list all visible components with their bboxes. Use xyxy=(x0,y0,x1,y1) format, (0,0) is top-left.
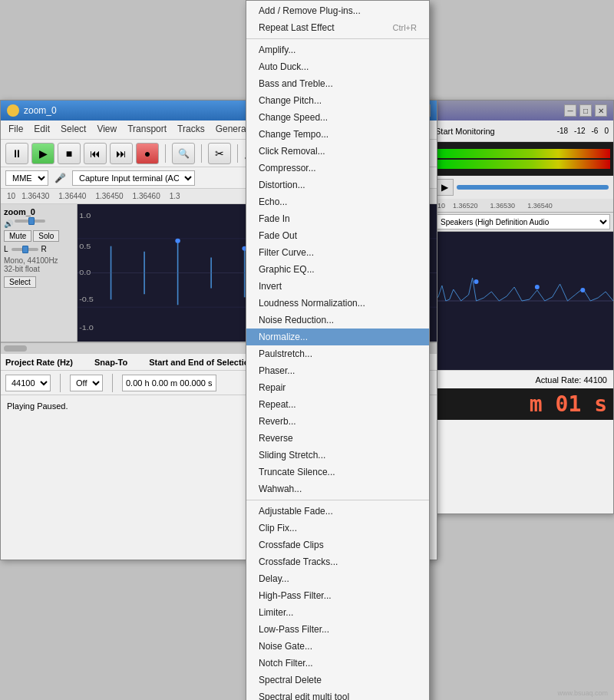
time-display: m 01 s xyxy=(431,388,613,420)
second-window: ─ □ ✕ Start Monitoring -18 -12 -6 0 ▶ xyxy=(430,100,614,514)
effect-phaser[interactable]: Phaser... xyxy=(246,362,429,379)
effect-distortion[interactable]: Distortion... xyxy=(246,177,429,193)
effect-compressor[interactable]: Compressor... xyxy=(246,160,429,177)
second-title-bar: ─ □ ✕ xyxy=(431,101,613,121)
effect-noise-gate[interactable]: Noise Gate... xyxy=(246,638,429,655)
effect-echo[interactable]: Echo... xyxy=(246,193,429,210)
minimize-btn-second[interactable]: ─ xyxy=(564,104,576,117)
vu-scale: -18 -12 -6 0 xyxy=(557,127,609,135)
play-btn[interactable]: ▶ xyxy=(31,143,54,164)
effect-invert[interactable]: Invert xyxy=(246,278,429,295)
menu-transport[interactable]: Transport xyxy=(123,122,171,137)
effect-menu: Add / Remove Plug-ins... Repeat Last Eff… xyxy=(246,0,430,700)
effect-delay[interactable]: Delay... xyxy=(246,570,429,587)
mute-btn[interactable]: Mute xyxy=(4,230,31,242)
second-device-bar: Speakers (High Definition Audio xyxy=(431,213,613,232)
menu-tracks[interactable]: Tracks xyxy=(173,122,210,137)
effect-change-pitch[interactable]: Change Pitch... xyxy=(246,92,429,109)
svg-point-34 xyxy=(175,239,180,243)
svg-point-4 xyxy=(580,288,585,292)
time-counter: m 01 s xyxy=(530,391,607,417)
project-rate-select[interactable]: 44100 xyxy=(5,375,51,391)
second-ruler: 510 1.36520 1.36530 1.36540 xyxy=(431,199,613,213)
next-btn[interactable]: ⏭ xyxy=(110,143,133,164)
track-controls: zoom_0 🔊 Mute Solo L R Mono, 44100Hz xyxy=(1,204,78,342)
effect-adj-fade[interactable]: Adjustable Fade... xyxy=(246,503,429,520)
api-select[interactable]: MME xyxy=(5,170,48,186)
volume-icon: 🔊 xyxy=(4,220,13,228)
effect-fade-in[interactable]: Fade In xyxy=(246,210,429,227)
toolbar-separator-3 xyxy=(237,144,238,163)
effect-high-pass[interactable]: High-Pass Filter... xyxy=(246,587,429,604)
menu-file[interactable]: File xyxy=(4,122,28,137)
effect-graphic-eq[interactable]: Graphic EQ... xyxy=(246,261,429,278)
pan-label-r: R xyxy=(41,245,47,253)
track-volume-slider[interactable] xyxy=(15,220,45,223)
second-playhead xyxy=(457,185,609,190)
menu-edit[interactable]: Edit xyxy=(29,122,54,137)
effect-auto-duck[interactable]: Auto Duck... xyxy=(246,58,429,75)
effect-fade-out[interactable]: Fade Out xyxy=(246,227,429,244)
menu-select[interactable]: Select xyxy=(56,122,91,137)
effect-reverb[interactable]: Reverb... xyxy=(246,413,429,430)
pan-slider[interactable] xyxy=(12,248,38,251)
snap-to-select[interactable]: Off xyxy=(70,375,103,391)
menu-view[interactable]: View xyxy=(92,122,121,137)
effect-repair[interactable]: Repair xyxy=(246,379,429,396)
scrollbar-thumb[interactable] xyxy=(4,345,27,352)
effect-spectral-delete[interactable]: Spectral Delete xyxy=(246,672,429,688)
effect-amplify[interactable]: Amplify... xyxy=(246,41,429,58)
effect-change-speed[interactable]: Change Speed... xyxy=(246,109,429,126)
svg-text:0.0: 0.0 xyxy=(79,269,91,276)
effect-repeat[interactable]: Repeat... xyxy=(246,396,429,413)
effect-crossfade-clips[interactable]: Crossfade Clips xyxy=(246,537,429,553)
effect-paulstretch[interactable]: Paulstretch... xyxy=(246,345,429,362)
effect-truncate-silence[interactable]: Truncate Silence... xyxy=(246,464,429,480)
cut-tool-btn[interactable]: ✂ xyxy=(208,143,231,164)
effect-change-tempo[interactable]: Change Tempo... xyxy=(246,126,429,143)
effect-low-pass[interactable]: Low-Pass Filter... xyxy=(246,621,429,638)
effect-wahwah[interactable]: Wahwah... xyxy=(246,480,429,497)
solo-btn[interactable]: Solo xyxy=(33,230,59,242)
effect-limiter[interactable]: Limiter... xyxy=(246,604,429,621)
effect-click-removal[interactable]: Click Removal... xyxy=(246,143,429,160)
input-device-select[interactable]: Capture Input terminal (AC Inte xyxy=(72,170,195,186)
effect-reverse[interactable]: Reverse xyxy=(246,430,429,447)
svg-text:-0.5: -0.5 xyxy=(79,296,94,303)
svg-text:-1.0: -1.0 xyxy=(79,323,94,331)
svg-point-3 xyxy=(535,285,540,289)
selection-start-box[interactable]: 0.00 h 0.00 m 00.000 s xyxy=(122,375,216,391)
selection-start-value: 0.00 h 0.00 m 00.000 s xyxy=(126,378,213,388)
effect-loudness-norm[interactable]: Loudness Normalization... xyxy=(246,295,429,312)
effect-filter-curve[interactable]: Filter Curve... xyxy=(246,244,429,261)
selection-label: Start and End of Selection xyxy=(149,358,254,367)
project-rate-label: Project Rate (Hz) xyxy=(5,358,73,367)
record-btn[interactable]: ● xyxy=(136,143,159,164)
start-monitoring-btn[interactable]: Start Monitoring xyxy=(435,127,495,136)
zoom-tool-btn[interactable]: 🔍 xyxy=(172,143,195,164)
effect-noise-reduction[interactable]: Noise Reduction... xyxy=(246,312,429,329)
close-btn-second[interactable]: ✕ xyxy=(595,104,607,117)
vu-meter xyxy=(431,142,613,176)
effect-repeat-last[interactable]: Repeat Last Effect Ctrl+R xyxy=(246,19,429,36)
stop-btn[interactable]: ■ xyxy=(58,143,81,164)
effect-sliding-stretch[interactable]: Sliding Stretch... xyxy=(246,447,429,464)
svg-point-2 xyxy=(474,279,479,284)
effect-add-remove[interactable]: Add / Remove Plug-ins... xyxy=(246,2,429,19)
toolbar-separator-2 xyxy=(201,144,202,163)
pause-btn[interactable]: ⏸ xyxy=(5,143,28,164)
effect-bass-treble[interactable]: Bass and Treble... xyxy=(246,75,429,92)
effect-notch-filter[interactable]: Notch Filter... xyxy=(246,655,429,672)
effect-clip-fix[interactable]: Clip Fix... xyxy=(246,520,429,537)
effect-normalize[interactable]: Normalize... xyxy=(246,329,429,345)
prev-btn[interactable]: ⏮ xyxy=(84,143,107,164)
select-btn[interactable]: Select xyxy=(4,276,36,288)
output-device-select[interactable]: Speakers (High Definition Audio xyxy=(434,214,610,229)
second-play-btn[interactable]: ▶ xyxy=(435,179,454,196)
second-title-controls[interactable]: ─ □ ✕ xyxy=(564,104,607,117)
app-icon xyxy=(7,104,19,117)
maximize-btn-second[interactable]: □ xyxy=(579,104,592,117)
effect-crossfade-tracks[interactable]: Crossfade Tracks... xyxy=(246,553,429,570)
effect-spectral-multi[interactable]: Spectral edit multi tool xyxy=(246,688,429,700)
svg-text:1.0: 1.0 xyxy=(79,211,91,219)
